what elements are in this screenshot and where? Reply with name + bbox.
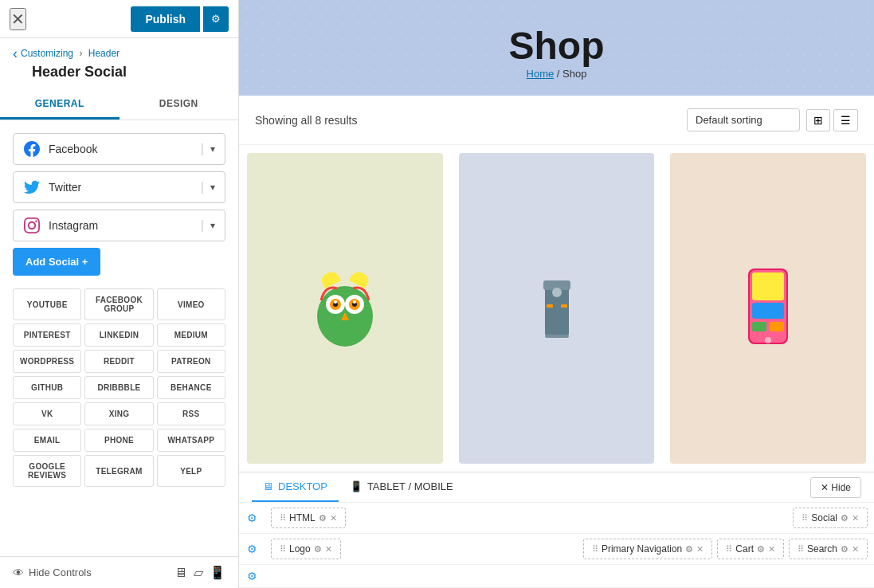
grid-btn-google-reviews[interactable]: GOOGLE REVIEWS (13, 455, 81, 487)
facebook-icon (23, 140, 41, 158)
tab-design[interactable]: DESIGN (120, 90, 239, 120)
instagram-label: Instagram (49, 219, 194, 232)
breadcrumb-slash: / (557, 68, 560, 80)
builder-cell-cart[interactable]: ⠿ Cart ⚙ ✕ (717, 539, 784, 559)
html-label: HTML (289, 512, 316, 523)
product-card-1[interactable] (247, 153, 443, 464)
primary-nav-gear-icon[interactable]: ⚙ (685, 544, 693, 555)
hide-builder-button[interactable]: ✕ Hide (810, 477, 861, 498)
social-item-twitter[interactable]: Twitter | ▾ (13, 171, 225, 203)
cart-close-icon[interactable]: ✕ (768, 544, 775, 555)
grid-btn-vk[interactable]: VK (13, 402, 81, 425)
row1-settings-handle[interactable]: ⚙ (239, 512, 265, 524)
grid-btn-vimeo[interactable]: VIMEO (157, 288, 225, 320)
grid-btn-youtube[interactable]: YOUTUBE (13, 288, 81, 320)
desktop-device-button[interactable]: 🖥 (174, 565, 187, 580)
grid-btn-pinterest[interactable]: PINTEREST (13, 323, 81, 347)
list-view-button[interactable]: ☰ (833, 109, 858, 131)
mobile-device-button[interactable]: 📱 (210, 565, 225, 580)
builder-cell-html[interactable]: ⠿ HTML ⚙ ✕ (271, 508, 346, 528)
grid-btn-behance[interactable]: BEHANCE (157, 376, 225, 399)
row2-settings-handle[interactable]: ⚙ (239, 543, 265, 555)
sort-select[interactable]: Default sorting Sort by popularity Sort … (687, 108, 800, 131)
desktop-tab-label: DESKTOP (278, 480, 327, 492)
twitter-label: Twitter (49, 181, 194, 194)
logo-gear-icon[interactable]: ⚙ (314, 544, 322, 555)
tab-tablet-mobile[interactable]: 📱 TABLET / MOBILE (339, 472, 464, 502)
search-gear-icon[interactable]: ⚙ (841, 544, 849, 555)
social-item-facebook[interactable]: Facebook | ▾ (13, 133, 225, 165)
grid-btn-yelp[interactable]: YELP (157, 455, 225, 487)
svg-rect-13 (561, 304, 567, 308)
social-handle-icon: ⠿ (801, 513, 808, 523)
grid-btn-linkedin[interactable]: LINKEDIN (84, 323, 153, 347)
grid-btn-email[interactable]: EMAIL (13, 429, 81, 452)
device-icons: 🖥 ▱ 📱 (174, 565, 225, 580)
html-handle-icon: ⠿ (280, 513, 286, 523)
row2-cells: ⠿ Logo ⚙ ✕ ⠿ Primary Navigation ⚙ ✕ ⠿ Ca… (265, 539, 874, 559)
add-social-button[interactable]: Add Social + (13, 248, 100, 276)
builder-cell-primary-nav[interactable]: ⠿ Primary Navigation ⚙ ✕ (583, 539, 712, 559)
logo-label: Logo (289, 543, 311, 555)
hide-controls-button[interactable]: 👁 Hide Controls (13, 566, 92, 579)
instagram-chevron: ▾ (210, 220, 215, 231)
builder-row-2: ⚙ ⠿ Logo ⚙ ✕ ⠿ Primary Navigation ⚙ ✕ ⠿ (239, 534, 874, 565)
back-button[interactable]: ‹ (13, 46, 18, 61)
social-close-icon[interactable]: ✕ (852, 513, 859, 523)
results-text: Showing all 8 results (255, 114, 357, 127)
eye-icon: 👁 (13, 566, 24, 579)
html-gear-icon[interactable]: ⚙ (319, 513, 327, 523)
builder-cell-logo[interactable]: ⠿ Logo ⚙ ✕ (271, 539, 341, 559)
row1-cells: ⠿ HTML ⚙ ✕ ⠿ Social ⚙ ✕ (265, 508, 874, 528)
builder-row-1: ⚙ ⠿ HTML ⚙ ✕ ⠿ Social ⚙ ✕ (239, 503, 874, 534)
grid-btn-github[interactable]: GITHUB (13, 376, 81, 399)
svg-rect-20 (752, 322, 766, 331)
grid-btn-xing[interactable]: XING (84, 402, 153, 425)
grid-btn-medium[interactable]: MEDIUM (157, 323, 225, 347)
close-customizer-button[interactable]: ✕ (10, 8, 26, 30)
primary-nav-handle-icon: ⠿ (592, 544, 598, 555)
tab-desktop[interactable]: 🖥 DESKTOP (252, 472, 339, 502)
grid-btn-patreon[interactable]: PATREON (157, 350, 225, 373)
grid-btn-facebook-group[interactable]: FACEBOOK GROUP (84, 288, 153, 320)
grid-btn-whatsapp[interactable]: WHATSAPP (157, 429, 225, 452)
tab-general[interactable]: GENERAL (0, 90, 120, 120)
hide-controls-label: Hide Controls (29, 566, 92, 578)
products-row (239, 145, 874, 472)
twitter-chevron: ▾ (210, 182, 215, 193)
grid-btn-dribbble[interactable]: DRIBBBLE (84, 376, 153, 399)
search-close-icon[interactable]: ✕ (852, 544, 859, 555)
row3-settings-handle[interactable]: ⚙ (239, 570, 265, 582)
grid-btn-wordpress[interactable]: WORDPRESS (13, 350, 81, 373)
search-handle-icon: ⠿ (798, 544, 804, 555)
grid-btn-rss[interactable]: RSS (157, 402, 225, 425)
social-item-instagram[interactable]: Instagram | ▾ (13, 210, 225, 241)
row2-gear-icon: ⚙ (247, 543, 257, 555)
product-card-2[interactable] (459, 153, 655, 464)
publish-button[interactable]: Publish (131, 6, 200, 32)
product-card-3[interactable] (670, 153, 866, 464)
primary-nav-label: Primary Navigation (602, 543, 682, 555)
sort-area: Default sorting Sort by popularity Sort … (687, 108, 858, 131)
breadcrumb-home-link[interactable]: Home (527, 68, 555, 80)
tablet-device-button[interactable]: ▱ (194, 565, 203, 580)
header-link[interactable]: Header (88, 48, 120, 59)
hide-builder-label: ✕ Hide (821, 482, 851, 493)
grid-view-button[interactable]: ⊞ (806, 109, 830, 131)
shop-body: Showing all 8 results Default sorting So… (239, 96, 874, 472)
desktop-icon: 🖥 (263, 480, 273, 492)
grid-btn-phone[interactable]: PHONE (84, 429, 153, 452)
social-gear-icon[interactable]: ⚙ (841, 513, 849, 523)
builder-row-3: ⚙ (239, 565, 874, 588)
logo-close-icon[interactable]: ✕ (325, 544, 332, 555)
html-close-icon[interactable]: ✕ (330, 513, 337, 523)
grid-btn-telegram[interactable]: TELEGRAM (84, 455, 153, 487)
cart-gear-icon[interactable]: ⚙ (757, 544, 765, 555)
builder-cell-social[interactable]: ⠿ Social ⚙ ✕ (793, 508, 868, 528)
builder-cell-search[interactable]: ⠿ Search ⚙ ✕ (789, 539, 868, 559)
tabs-row: GENERAL DESIGN (0, 90, 238, 120)
publish-gear-button[interactable]: ⚙ (203, 6, 229, 32)
customizing-link[interactable]: Customizing (21, 48, 73, 59)
grid-btn-reddit[interactable]: REDDIT (84, 350, 153, 373)
primary-nav-close-icon[interactable]: ✕ (696, 544, 704, 555)
